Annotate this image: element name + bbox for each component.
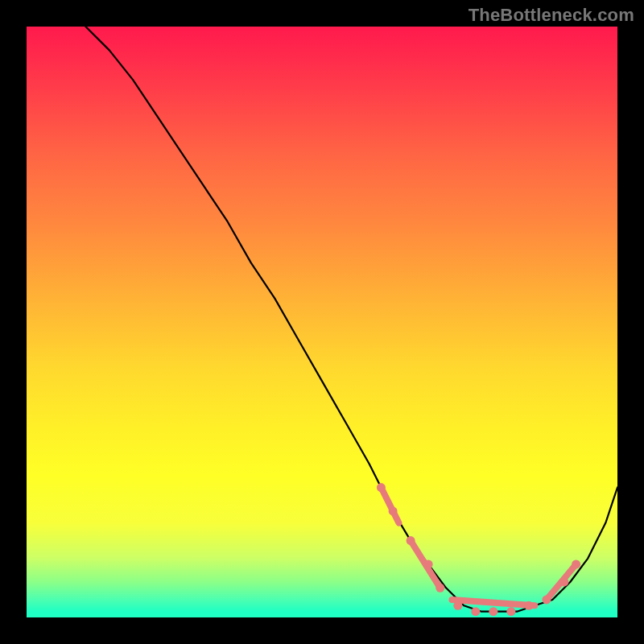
- highlight-segment: [381, 488, 398, 523]
- bottleneck-curve: [85, 27, 617, 612]
- plot-area: [27, 27, 617, 617]
- highlight-dot: [524, 601, 533, 610]
- highlight-dot: [559, 577, 568, 586]
- highlight-dot: [436, 584, 444, 592]
- highlight-segment: [452, 600, 535, 605]
- curve-svg: [27, 27, 617, 617]
- highlight-dot: [407, 536, 415, 545]
- highlight-dot: [572, 559, 580, 568]
- highlight-dot: [389, 506, 398, 515]
- highlight-dot: [453, 601, 462, 610]
- highlight-dot: [506, 607, 515, 616]
- highlight-dot: [489, 607, 497, 616]
- chart-frame: TheBottleneck.com: [0, 0, 644, 644]
- highlight-dot: [542, 595, 551, 604]
- highlight-dot: [424, 559, 433, 568]
- highlight-dot: [377, 483, 386, 492]
- watermark-text: TheBottleneck.com: [469, 5, 634, 26]
- highlight-dot: [471, 607, 480, 616]
- highlight-segments: [381, 488, 576, 606]
